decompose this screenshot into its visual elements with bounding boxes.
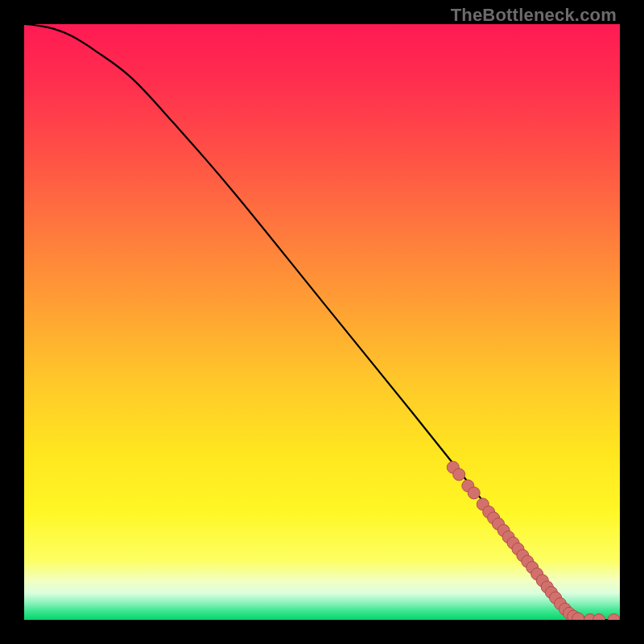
chart-root: TheBottleneck.com (0, 0, 644, 644)
data-marker (468, 487, 480, 499)
plot-area (24, 24, 620, 620)
data-marker (593, 614, 605, 621)
data-marker (453, 469, 465, 481)
watermark-text: TheBottleneck.com (451, 5, 617, 26)
bottleneck-curve (24, 24, 620, 620)
marker-series (447, 461, 620, 620)
curve-overlay (24, 24, 620, 620)
data-marker (608, 614, 620, 621)
